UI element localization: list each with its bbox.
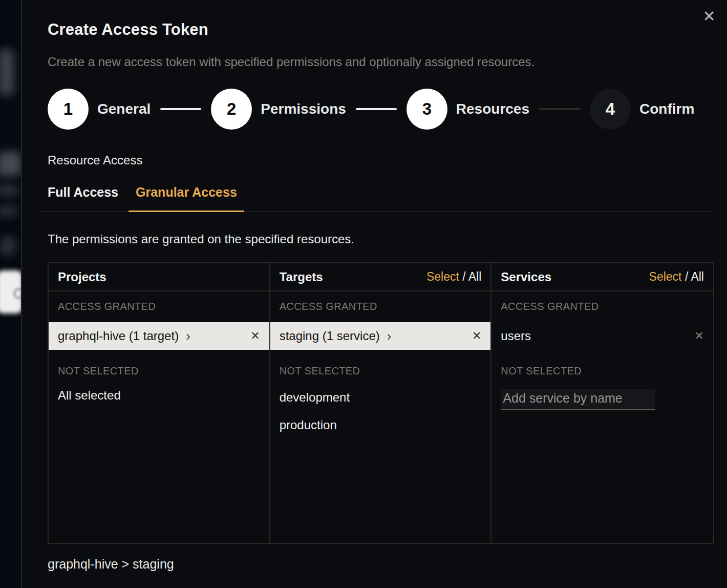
step-confirm[interactable]: 4 Confirm bbox=[590, 89, 694, 130]
step-connector bbox=[160, 108, 201, 110]
access-granted-label: ACCESS GRANTED bbox=[270, 300, 491, 313]
add-service-input[interactable] bbox=[501, 389, 655, 410]
remove-target-icon[interactable]: ✕ bbox=[467, 330, 481, 342]
all-link[interactable]: All bbox=[691, 270, 704, 283]
step-number-badge: 4 bbox=[590, 89, 631, 130]
target-option-development[interactable]: development bbox=[270, 390, 491, 405]
step-label: Permissions bbox=[261, 101, 346, 117]
target-option-production[interactable]: production bbox=[270, 417, 491, 433]
permissions-hint-text: The permissions are granted on the speci… bbox=[48, 232, 714, 246]
step-resources[interactable]: 3 Resources bbox=[407, 89, 529, 130]
select-all-separator: / bbox=[459, 270, 468, 283]
granted-project-row[interactable]: graphql-hive (1 target) › ✕ bbox=[49, 322, 269, 350]
not-selected-label: NOT SELECTED bbox=[49, 364, 269, 377]
projects-column: Projects ACCESS GRANTED graphql-hive (1 … bbox=[49, 263, 270, 543]
chevron-right-icon: › bbox=[387, 329, 392, 343]
step-permissions[interactable]: 2 Permissions bbox=[211, 89, 346, 130]
create-access-token-modal: ✕ Create Access Token Create a new acces… bbox=[21, 0, 727, 588]
step-label: General bbox=[97, 101, 151, 117]
step-label: Resources bbox=[456, 101, 529, 117]
step-connector bbox=[539, 108, 580, 110]
targets-column-header: Targets Select / All bbox=[270, 263, 491, 291]
step-number-badge: 3 bbox=[407, 89, 447, 130]
step-number-badge: 1 bbox=[48, 89, 89, 130]
services-column-body: ACCESS GRANTED users ✕ NOT SELECTED bbox=[491, 291, 713, 543]
resource-access-heading: Resource Access bbox=[48, 153, 714, 167]
select-all-separator: / bbox=[682, 270, 691, 283]
column-title: Targets bbox=[280, 270, 323, 284]
services-column-header: Services Select / All bbox=[491, 263, 713, 291]
wizard-stepper: 1 General 2 Permissions 3 Resources 4 Co… bbox=[48, 89, 714, 130]
blurred-background-ring bbox=[13, 288, 21, 299]
page-title: Create Access Token bbox=[48, 20, 714, 39]
services-column: Services Select / All ACCESS GRANTED use… bbox=[491, 263, 713, 543]
modal-description: Create a new access token with specified… bbox=[48, 55, 714, 69]
blurred-background-shape bbox=[0, 206, 17, 216]
step-number-badge: 2 bbox=[211, 89, 252, 130]
access-mode-tabs: Full Access Granular Access bbox=[40, 185, 714, 212]
tab-granular-access[interactable]: Granular Access bbox=[129, 185, 244, 212]
blurred-background-shape bbox=[0, 152, 21, 176]
all-selected-note: All selected bbox=[49, 388, 269, 403]
blurred-background-shape bbox=[0, 237, 15, 255]
not-selected-label: NOT SELECTED bbox=[491, 364, 713, 377]
granted-target-row[interactable]: staging (1 service) › ✕ bbox=[270, 322, 491, 350]
remove-service-icon[interactable]: ✕ bbox=[690, 330, 704, 342]
targets-column-body: ACCESS GRANTED staging (1 service) › ✕ N… bbox=[270, 291, 491, 543]
select-link[interactable]: Select bbox=[426, 270, 459, 283]
resource-selection-table: Projects ACCESS GRANTED graphql-hive (1 … bbox=[48, 262, 714, 544]
granted-service-label: users bbox=[501, 329, 531, 343]
granted-service-row[interactable]: users ✕ bbox=[491, 322, 713, 350]
tab-full-access[interactable]: Full Access bbox=[40, 185, 125, 212]
access-granted-label: ACCESS GRANTED bbox=[491, 300, 713, 313]
select-link[interactable]: Select bbox=[649, 270, 682, 283]
granted-target-label: staging (1 service) bbox=[280, 329, 380, 343]
targets-column: Targets Select / All ACCESS GRANTED stag… bbox=[270, 263, 492, 543]
column-title: Projects bbox=[58, 270, 106, 284]
not-selected-label: NOT SELECTED bbox=[270, 364, 491, 377]
all-link[interactable]: All bbox=[468, 270, 482, 283]
step-connector bbox=[356, 108, 397, 110]
chevron-right-icon: › bbox=[186, 329, 190, 343]
projects-column-body: ACCESS GRANTED graphql-hive (1 target) ›… bbox=[49, 291, 269, 543]
services-select-all: Select / All bbox=[649, 270, 704, 284]
targets-select-all: Select / All bbox=[426, 270, 481, 284]
granted-project-label: graphql-hive (1 target) bbox=[58, 329, 179, 343]
column-title: Services bbox=[501, 270, 551, 284]
close-icon[interactable]: ✕ bbox=[700, 7, 718, 26]
breadcrumb: graphql-hive > staging bbox=[48, 557, 714, 572]
blurred-background-shape bbox=[0, 49, 14, 95]
blurred-background-shape bbox=[0, 185, 18, 196]
access-granted-label: ACCESS GRANTED bbox=[49, 300, 269, 313]
background-page-strip bbox=[0, 0, 21, 588]
step-general[interactable]: 1 General bbox=[48, 89, 151, 130]
projects-column-header: Projects bbox=[49, 263, 269, 291]
step-label: Confirm bbox=[639, 101, 694, 117]
remove-project-icon[interactable]: ✕ bbox=[245, 330, 260, 342]
